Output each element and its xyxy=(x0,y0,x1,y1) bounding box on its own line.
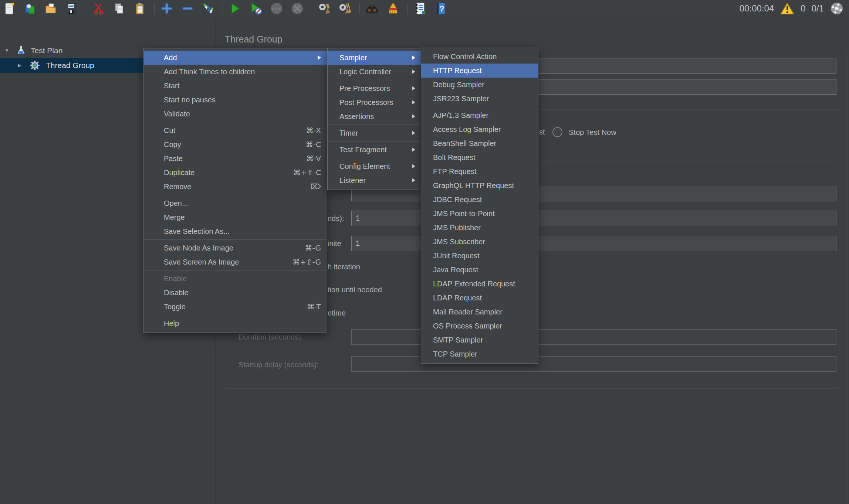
menu-item-pre-processors[interactable]: Pre Processors xyxy=(328,81,421,95)
menu-item-smtp-sampler[interactable]: SMTP Sampler xyxy=(421,333,538,347)
menu-item-post-processors[interactable]: Post Processors xyxy=(328,95,421,109)
menu-item-jdbc-request[interactable]: JDBC Request xyxy=(421,193,538,207)
collapse-all-button[interactable] xyxy=(180,1,195,16)
page-title: Thread Group xyxy=(225,34,283,45)
menu-item-label: Save Node As Image xyxy=(164,244,233,252)
expand-all-button[interactable] xyxy=(160,1,174,16)
menu-item-merge[interactable]: Merge xyxy=(144,210,327,224)
menu-item-logic-controller[interactable]: Logic Controller xyxy=(328,65,421,79)
menu-item-validate[interactable]: Validate xyxy=(144,107,327,121)
menu-item-ldap-extended-request[interactable]: LDAP Extended Request xyxy=(421,277,538,291)
clear-all-button[interactable] xyxy=(338,1,352,16)
toggle-pens-icon xyxy=(202,2,214,15)
menu-item-flow-control-action[interactable]: Flow Control Action xyxy=(421,50,538,64)
menu-item-save-screen-as-image[interactable]: Save Screen As Image⌘+⇧-G xyxy=(144,255,327,269)
menu-separator xyxy=(144,239,327,240)
submenu-arrow-icon xyxy=(412,147,415,152)
menu-item-add[interactable]: Add xyxy=(144,51,327,65)
menu-item-remove[interactable]: Remove⌦ xyxy=(144,180,327,194)
menu-item-ftp-request[interactable]: FTP Request xyxy=(421,164,538,178)
start-icon xyxy=(229,2,242,15)
copy-icon xyxy=(113,2,125,15)
menu-item-test-fragment[interactable]: Test Fragment xyxy=(328,143,421,157)
menu-item-assertions[interactable]: Assertions xyxy=(328,109,421,123)
expand-arrow-icon[interactable]: ▶ xyxy=(18,62,21,68)
menu-item-help[interactable]: Help xyxy=(144,316,327,330)
menu-item-jms-publisher[interactable]: JMS Publisher xyxy=(421,221,538,235)
function-helper-button[interactable] xyxy=(413,1,427,16)
menu-item-label: Logic Controller xyxy=(339,68,391,76)
menu-item-save-node-as-image[interactable]: Save Node As Image⌘-G xyxy=(144,241,327,255)
menu-item-label: JSR223 Sampler xyxy=(433,95,489,103)
menu-item-label: Flow Control Action xyxy=(433,52,497,61)
start-no-pauses-icon xyxy=(249,2,263,15)
menu-item-ldap-request[interactable]: LDAP Request xyxy=(421,291,538,305)
templates-button[interactable] xyxy=(23,1,37,16)
menu-item-label: Cut xyxy=(164,126,175,135)
menu-item-jms-subscriber[interactable]: JMS Subscriber xyxy=(421,235,538,249)
menu-item-label: LDAP Request xyxy=(433,294,482,302)
start-no-pauses-button[interactable] xyxy=(249,1,263,16)
stop-test-now-radio[interactable] xyxy=(552,127,562,137)
menu-item-jsr223-sampler[interactable]: JSR223 Sampler xyxy=(421,92,538,106)
cut-scissors-icon xyxy=(92,2,105,15)
menu-item-access-log-sampler[interactable]: Access Log Sampler xyxy=(421,122,538,136)
menu-item-copy[interactable]: Copy⌘-C xyxy=(144,137,327,151)
menu-item-add-think-times-to-children[interactable]: Add Think Times to children xyxy=(144,65,327,79)
toggle-button[interactable] xyxy=(201,1,215,16)
new-button[interactable] xyxy=(2,1,16,16)
help-button[interactable]: ? xyxy=(433,1,447,16)
menu-item-tcp-sampler[interactable]: TCP Sampler xyxy=(421,347,538,361)
warning-icon[interactable] xyxy=(780,2,795,15)
menu-item-start-no-pauses[interactable]: Start no pauses xyxy=(144,93,327,107)
menu-item-timer[interactable]: Timer xyxy=(328,126,421,140)
toolbar-separator xyxy=(312,3,312,14)
paste-button[interactable] xyxy=(133,1,147,16)
menu-item-java-request[interactable]: Java Request xyxy=(421,263,538,277)
menu-item-http-request[interactable]: HTTP Request xyxy=(421,64,538,78)
menu-item-label: Disable xyxy=(164,289,189,297)
menu-item-paste[interactable]: Paste⌘-V xyxy=(144,151,327,166)
menu-item-sampler[interactable]: Sampler xyxy=(328,51,421,65)
menu-item-toggle[interactable]: Toggle⌘-T xyxy=(144,300,327,314)
menu-item-ajp-1-3-sampler[interactable]: AJP/1.3 Sampler xyxy=(421,108,538,122)
menu-item-label: Save Selection As... xyxy=(164,227,230,236)
menu-item-cut[interactable]: Cut⌘-X xyxy=(144,123,327,137)
menu-item-start[interactable]: Start xyxy=(144,79,327,93)
toolbar-separator xyxy=(359,3,360,14)
menu-separator xyxy=(328,158,421,158)
stop-icon: STOP xyxy=(270,2,283,15)
menu-item-save-selection-as[interactable]: Save Selection As... xyxy=(144,224,327,238)
copy-button[interactable] xyxy=(112,1,126,16)
menu-item-open[interactable]: Open... xyxy=(144,196,327,210)
plus-icon xyxy=(160,2,173,15)
menu-item-label: Bolt Request xyxy=(433,153,476,162)
menu-item-disable[interactable]: Disable xyxy=(144,286,327,300)
menu-item-listener[interactable]: Listener xyxy=(328,173,421,187)
menu-separator xyxy=(144,195,327,195)
menu-item-os-process-sampler[interactable]: OS Process Sampler xyxy=(421,319,538,333)
infinite-label-fragment: inite xyxy=(328,239,341,248)
cut-button[interactable] xyxy=(91,1,105,16)
reset-search-button[interactable] xyxy=(386,1,400,16)
clear-button[interactable] xyxy=(317,1,331,16)
menu-item-debug-sampler[interactable]: Debug Sampler xyxy=(421,78,538,92)
rampup-label-fragment: nds): xyxy=(328,214,344,223)
menu-item-junit-request[interactable]: JUnit Request xyxy=(421,249,538,263)
delay-creation-label-fragment: tion until needed xyxy=(328,286,382,294)
menu-item-duplicate[interactable]: Duplicate⌘+⇧-C xyxy=(144,166,327,180)
menu-item-config-element[interactable]: Config Element xyxy=(328,159,421,173)
collapse-arrow-icon[interactable]: ▼ xyxy=(4,48,9,53)
menu-item-jms-point-to-point[interactable]: JMS Point-to-Point xyxy=(421,207,538,221)
search-button[interactable] xyxy=(365,1,379,16)
toolbar-separator xyxy=(407,3,407,14)
templates-icon xyxy=(24,2,36,15)
menu-item-graphql-http-request[interactable]: GraphQL HTTP Request xyxy=(421,178,538,193)
save-button[interactable] xyxy=(64,1,78,16)
menu-item-mail-reader-sampler[interactable]: Mail Reader Sampler xyxy=(421,305,538,319)
menu-item-beanshell-sampler[interactable]: BeanShell Sampler xyxy=(421,136,538,150)
start-button[interactable] xyxy=(228,1,242,16)
menu-separator xyxy=(328,125,421,125)
menu-item-bolt-request[interactable]: Bolt Request xyxy=(421,150,538,164)
open-button[interactable] xyxy=(44,1,58,16)
